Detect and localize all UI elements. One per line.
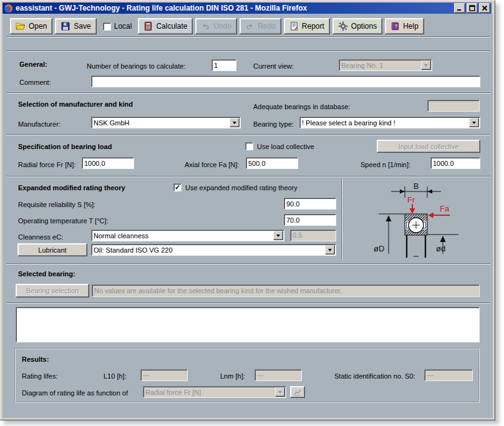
save-button-label: Save <box>74 22 90 31</box>
redo-button-label: Redo <box>258 22 276 31</box>
bearing-diagram: B Fr Fa øD ød <box>345 179 492 260</box>
chevron-down-icon[interactable] <box>469 118 479 127</box>
comment-label: Comment: <box>19 79 51 86</box>
static-identification-field[interactable]: --- <box>424 369 473 381</box>
undo-button[interactable]: Undo <box>195 18 237 34</box>
options-button[interactable]: Options <box>332 18 382 34</box>
num-bearings-input[interactable] <box>211 59 236 71</box>
open-folder-icon <box>16 21 26 31</box>
reliability-input[interactable] <box>284 198 336 210</box>
open-button-label: Open <box>29 22 47 31</box>
calculator-icon <box>143 21 153 31</box>
use-theory-checkbox[interactable]: ✓ <box>173 183 182 191</box>
use-load-collective-label: Use load collective <box>257 143 314 150</box>
num-bearings-label: Number of bearings to calculate: <box>87 62 185 70</box>
speed-input[interactable] <box>430 157 480 169</box>
current-view-label: Current view: <box>253 62 294 70</box>
adequate-bearings-label: Adequate bearings in database: <box>253 103 350 110</box>
use-theory-label: Use expanded modified rating theory <box>185 184 298 191</box>
save-button[interactable]: Save <box>55 18 96 34</box>
radial-force-label: Radial force Fr [N]: <box>18 161 75 168</box>
lubricant-select[interactable]: Oil: Standard ISO VG 220 <box>91 244 336 256</box>
results-section-title: Results: <box>22 356 49 363</box>
diagram-separator <box>341 178 342 261</box>
manufacturer-section-title: Selection of manufacturer and kind <box>18 100 133 108</box>
cleanness-label: Cleanness eC: <box>18 233 63 241</box>
chevron-down-icon[interactable] <box>421 61 431 70</box>
static-identification-label: Static identification no. S0: <box>334 372 415 380</box>
diagram-function-select[interactable]: Radial force Fr [N] <box>143 386 286 398</box>
bearing-type-label: Bearing type: <box>253 120 294 128</box>
window-title: eassistant - GWJ-Technology - Rating lif… <box>16 4 453 12</box>
use-load-collective-checkbox[interactable] <box>245 142 253 150</box>
local-checkbox-label: Local <box>114 22 132 31</box>
help-button[interactable]: ? Help <box>385 18 424 34</box>
comment-input[interactable] <box>91 75 480 87</box>
axial-force-label: Axial force Fa [N]: <box>185 161 239 168</box>
chevron-down-icon[interactable] <box>230 118 240 127</box>
minimize-icon <box>457 5 463 11</box>
dim-b-label: B <box>414 182 419 191</box>
cleanness-factor-field[interactable]: 0.5 <box>290 230 336 241</box>
minimize-button[interactable] <box>454 3 465 13</box>
firefox-icon <box>4 4 13 13</box>
redo-button[interactable]: Redo <box>240 18 281 34</box>
section-separator-2 <box>6 92 490 94</box>
output-textarea[interactable] <box>16 307 480 342</box>
manufacturer-label: Manufacturer: <box>18 120 61 128</box>
chevron-down-icon[interactable] <box>275 387 285 397</box>
options-tools-icon <box>338 21 348 31</box>
toolbar: Open Save Local <box>10 17 424 35</box>
report-button[interactable]: Report <box>284 18 330 34</box>
section-separator-3 <box>6 134 490 135</box>
section-separator-5 <box>6 263 490 264</box>
undo-button-label: Undo <box>213 22 231 31</box>
chevron-down-icon[interactable] <box>273 231 283 240</box>
radial-force-input[interactable] <box>82 157 134 169</box>
calculate-button[interactable]: Calculate <box>138 18 193 34</box>
section-separator-4 <box>6 176 490 177</box>
force-fa-label: Fa <box>440 204 450 213</box>
temperature-input[interactable] <box>284 214 336 226</box>
chart-icon <box>293 388 302 397</box>
toolbar-separator <box>6 36 490 37</box>
chevron-down-icon[interactable] <box>325 245 335 254</box>
bearing-selection-button[interactable]: Bearing selection <box>16 284 89 298</box>
redo-icon <box>245 22 254 31</box>
close-icon <box>482 5 488 11</box>
selected-bearing-section-title: Selected bearing: <box>18 270 75 278</box>
adequate-bearings-field[interactable] <box>427 100 480 112</box>
lnm-label: Lnm [h]: <box>220 372 245 380</box>
manufacturer-select[interactable]: NSK GmbH <box>91 117 241 128</box>
speed-label: Speed n [1/min]: <box>361 161 410 168</box>
app-window: eassistant - GWJ-Technology - Rating lif… <box>0 0 495 420</box>
check-icon: ✓ <box>175 184 180 191</box>
lubricant-button[interactable]: Lubricant <box>17 243 87 256</box>
close-button[interactable] <box>479 3 490 13</box>
maximize-button[interactable] <box>467 3 478 13</box>
bearing-type-select[interactable]: ! Please select a bearing kind ! <box>299 117 480 128</box>
local-checkbox[interactable] <box>103 22 111 31</box>
save-floppy-icon <box>61 21 70 31</box>
reliability-label: Requisite reliability S [%]: <box>18 201 95 208</box>
section-separator-1 <box>6 51 490 52</box>
axial-force-input[interactable] <box>246 157 298 169</box>
input-load-collective-button[interactable]: Input load collective <box>377 140 480 153</box>
lnm-field[interactable]: --- <box>254 369 302 381</box>
temperature-label: Operating temperature T [°C]: <box>18 217 109 225</box>
dim-outer-diameter-label: øD <box>374 244 384 253</box>
show-diagram-button[interactable] <box>290 386 305 398</box>
cleanness-select[interactable]: Normal cleanness <box>91 230 284 241</box>
help-button-label: Help <box>403 22 419 31</box>
title-bar[interactable]: eassistant - GWJ-Technology - Rating lif… <box>2 2 492 14</box>
open-button[interactable]: Open <box>10 18 52 34</box>
help-book-icon: ? <box>390 21 400 31</box>
calculate-button-label: Calculate <box>156 22 187 31</box>
report-button-label: Report <box>302 22 324 31</box>
l10-field[interactable]: --- <box>140 369 188 381</box>
bearing-message-field[interactable]: No values are available for the selected… <box>92 284 480 297</box>
current-view-select[interactable]: Bearing No. 1 <box>339 59 432 71</box>
options-button-label: Options <box>351 22 377 31</box>
diagram-function-label: Diagram of rating life as function of <box>22 389 128 397</box>
rating-lifes-label: Rating lifes: <box>22 372 57 380</box>
